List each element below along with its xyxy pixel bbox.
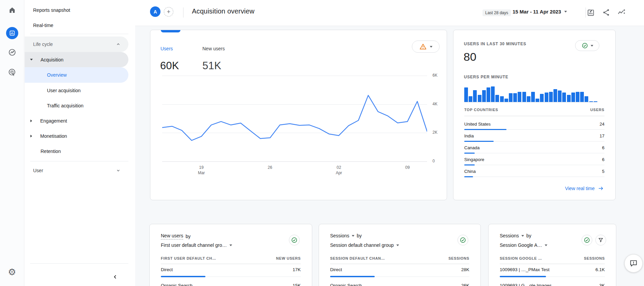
view-real-time-link[interactable]: View real time bbox=[565, 185, 604, 191]
table-row[interactable]: Organic Search 15K bbox=[161, 282, 301, 286]
country-row[interactable]: Canada 6 bbox=[464, 144, 604, 155]
customize-report-icon[interactable] bbox=[587, 8, 595, 17]
metric-selector[interactable]: Sessions bbox=[330, 233, 349, 238]
home-icon[interactable] bbox=[5, 3, 19, 17]
collapse-sidebar-button[interactable] bbox=[110, 272, 120, 282]
users-per-minute-chart[interactable] bbox=[464, 86, 597, 102]
nav-label: Real-time bbox=[33, 23, 53, 28]
minute-bar bbox=[536, 99, 539, 102]
explore-icon[interactable] bbox=[5, 46, 19, 59]
table-divider bbox=[161, 264, 301, 264]
table-row[interactable]: Organic Search 26K bbox=[330, 282, 469, 286]
country-bar bbox=[464, 129, 506, 130]
nav-label: Reports snapshot bbox=[33, 7, 70, 13]
date-range-label: 15 Mar - 11 Apr 2023 bbox=[513, 9, 561, 15]
feedback-bubble-icon bbox=[629, 259, 638, 268]
nav-section-label: User bbox=[33, 168, 43, 173]
minute-bar bbox=[464, 87, 468, 102]
minute-bar bbox=[518, 92, 521, 102]
table-row[interactable]: 1009693 | G…gle Images 3K bbox=[500, 282, 605, 286]
nav-traffic-acquisition[interactable]: Traffic acquisition bbox=[25, 98, 128, 113]
users-overview-card: Users 60K New users 51K 6K 4K 2K 0 19 Ma… bbox=[150, 30, 447, 200]
nav-label: Monetisation bbox=[40, 133, 67, 139]
metric-tab-users[interactable]: Users bbox=[160, 46, 173, 51]
table-row[interactable]: Direct 17K bbox=[161, 266, 301, 282]
metric-selector[interactable]: Sessions bbox=[500, 233, 519, 238]
property-avatar[interactable]: A bbox=[150, 6, 160, 17]
card-title: Sessions by bbox=[500, 233, 531, 238]
y-tick-label: 0 bbox=[432, 159, 435, 163]
dimension-selector[interactable]: Session Google A… bbox=[500, 242, 547, 248]
filter-button[interactable] bbox=[595, 235, 606, 245]
nav-user-acquisition[interactable]: User acquisition bbox=[25, 83, 128, 98]
nav-section-user[interactable]: User bbox=[25, 163, 128, 178]
table-row[interactable]: 1009693 | …_PMax Test 6.1K bbox=[500, 266, 605, 282]
chevron-up-icon bbox=[116, 42, 121, 47]
minute-bar bbox=[522, 92, 526, 102]
dimension-column: SESSION GOOGLE … bbox=[500, 256, 542, 260]
data-quality-ok-button[interactable] bbox=[289, 235, 300, 245]
nav-label: Acquisition bbox=[41, 57, 64, 62]
nav-real-time[interactable]: Real-time bbox=[25, 18, 128, 33]
date-range-picker[interactable]: 15 Mar - 11 Apr 2023 bbox=[513, 9, 567, 15]
nav-overview-selected[interactable]: Overview bbox=[25, 67, 128, 83]
table-divider bbox=[464, 116, 604, 116]
advertising-icon[interactable] bbox=[5, 66, 19, 79]
top-countries-header: TOP COUNTRIES USERS bbox=[464, 108, 604, 112]
minute-bar bbox=[549, 92, 553, 102]
insights-icon[interactable] bbox=[617, 8, 626, 17]
nav-section-life-cycle[interactable]: Life cycle bbox=[25, 36, 128, 52]
settings-gear-icon[interactable]: ⚙ bbox=[5, 265, 19, 279]
nav-retention[interactable]: Retention bbox=[25, 144, 128, 159]
realtime-card: USERS IN LAST 30 MINUTES 80 USERS PER MI… bbox=[453, 30, 616, 200]
country-row[interactable]: China 5 bbox=[464, 167, 604, 179]
country-bar bbox=[464, 141, 494, 142]
feedback-button[interactable] bbox=[624, 254, 643, 272]
minute-bar bbox=[504, 99, 508, 102]
reports-active-circle bbox=[6, 27, 18, 39]
dimension-selector[interactable]: Session default channel group bbox=[330, 242, 399, 248]
country-row[interactable]: India 17 bbox=[464, 132, 604, 144]
nav-reports-snapshot[interactable]: Reports snapshot bbox=[25, 2, 128, 18]
new-users-by-channel-card: New users by First user default channel … bbox=[149, 224, 312, 286]
metric-column: NEW USERS bbox=[276, 256, 301, 260]
realtime-status-button[interactable] bbox=[575, 40, 599, 51]
card-title: New users by bbox=[161, 233, 191, 239]
nav-acquisition[interactable]: Acquisition bbox=[25, 52, 128, 67]
check-circle-icon bbox=[291, 237, 298, 243]
minute-bar bbox=[482, 90, 486, 102]
metric-tab-new-users[interactable]: New users bbox=[202, 46, 225, 51]
sessions-by-channel-card: Sessions by Session default channel grou… bbox=[319, 224, 481, 286]
add-comparison-button[interactable]: + bbox=[164, 7, 173, 17]
expand-triangle-icon bbox=[30, 59, 33, 60]
minute-bar bbox=[527, 96, 530, 102]
minute-bar bbox=[469, 96, 472, 102]
main-area: A + Acquisition overview Last 28 days 15… bbox=[128, 0, 644, 286]
users-line-chart[interactable] bbox=[162, 76, 427, 161]
check-circle-icon bbox=[581, 42, 588, 49]
y-tick-label: 4K bbox=[432, 102, 438, 106]
nav-section-label: Life cycle bbox=[33, 42, 53, 47]
share-icon[interactable] bbox=[602, 8, 611, 17]
nav-monetisation[interactable]: Monetisation bbox=[25, 128, 128, 144]
header-divider bbox=[586, 7, 586, 18]
country-row[interactable]: United States 24 bbox=[464, 120, 604, 132]
metric-selector[interactable]: New users bbox=[161, 233, 183, 239]
funnel-icon bbox=[598, 237, 604, 243]
country-name: United States bbox=[464, 122, 491, 127]
reports-icon[interactable] bbox=[5, 26, 19, 40]
data-quality-warning-button[interactable] bbox=[412, 41, 440, 53]
data-quality-ok-button[interactable] bbox=[581, 235, 592, 245]
minute-bar bbox=[500, 96, 504, 102]
caret-down-icon bbox=[521, 235, 524, 237]
table-row[interactable]: Direct 28K bbox=[330, 266, 469, 282]
table-column-headers: SESSION GOOGLE … SESSIONS bbox=[500, 256, 605, 260]
country-row[interactable]: Singapore 6 bbox=[464, 155, 604, 167]
country-name: Singapore bbox=[464, 157, 484, 162]
data-quality-ok-button[interactable] bbox=[457, 235, 468, 245]
nav-label: Engagement bbox=[40, 118, 67, 124]
dimension-selector[interactable]: First user default channel gro… bbox=[161, 242, 232, 248]
top-countries-title: TOP COUNTRIES bbox=[464, 108, 498, 112]
nav-label: User acquisition bbox=[47, 88, 81, 93]
nav-engagement[interactable]: Engagement bbox=[25, 113, 128, 128]
